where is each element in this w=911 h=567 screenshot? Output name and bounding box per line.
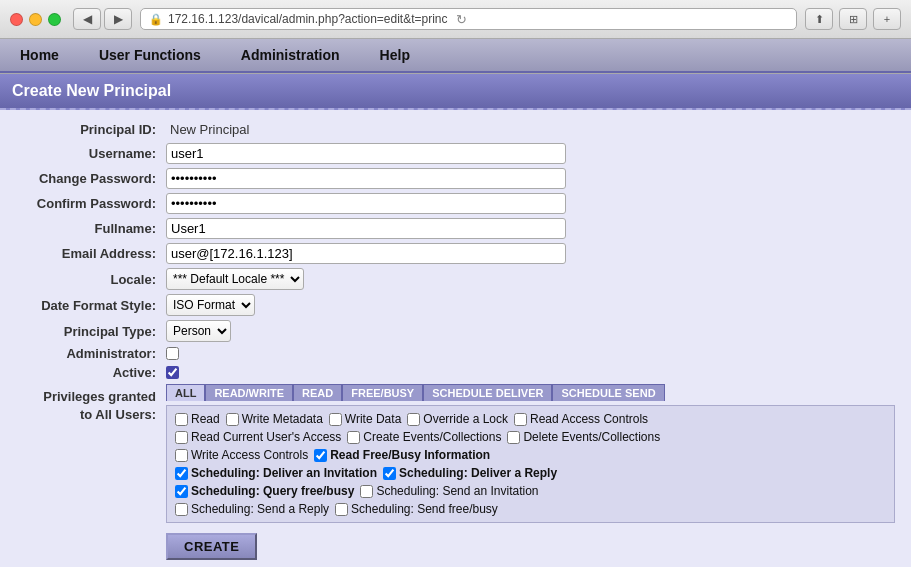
create-events-checkbox[interactable] (347, 431, 360, 444)
active-row: Active: (16, 365, 895, 380)
create-button[interactable]: Create (166, 533, 257, 560)
priv-tab-freebusy[interactable]: Free/Busy (342, 384, 423, 401)
query-freebusy-label[interactable]: Scheduling: Query free/busy (191, 484, 354, 498)
write-access-controls-checkbox[interactable] (175, 449, 188, 462)
priv-check-deliver-invitation: Scheduling: Deliver an Invitation (175, 466, 377, 480)
principal-id-label: Principal ID: (16, 122, 166, 137)
query-freebusy-checkbox[interactable] (175, 485, 188, 498)
write-access-controls-label[interactable]: Write Access Controls (191, 448, 308, 462)
username-label: Username: (16, 146, 166, 161)
read-access-controls-label[interactable]: Read Access Controls (530, 412, 648, 426)
bookmark-button[interactable]: ⊞ (839, 8, 867, 30)
locale-select[interactable]: *** Default Locale *** (166, 268, 304, 290)
priv-row-2: Read Current User's Access Create Events… (175, 430, 886, 444)
username-input[interactable]: user1 (166, 143, 566, 164)
send-invitation-checkbox[interactable] (360, 485, 373, 498)
read-checkbox[interactable] (175, 413, 188, 426)
deliver-reply-checkbox[interactable] (383, 467, 396, 480)
write-metadata-checkbox[interactable] (226, 413, 239, 426)
write-data-label[interactable]: Write Data (345, 412, 401, 426)
read-current-user-checkbox[interactable] (175, 431, 188, 444)
back-button[interactable]: ◀ (73, 8, 101, 30)
deliver-reply-label[interactable]: Scheduling: Deliver a Reply (399, 466, 557, 480)
priv-tab-schedule-send[interactable]: Schedule Send (552, 384, 664, 401)
priv-tab-readwrite[interactable]: Read/Write (205, 384, 293, 401)
priv-check-send-reply: Scheduling: Send a Reply (175, 502, 329, 516)
url-text: 172.16.1.123/davical/admin.php?action=ed… (168, 12, 448, 26)
forward-button[interactable]: ▶ (104, 8, 132, 30)
address-bar[interactable]: 🔒 172.16.1.123/davical/admin.php?action=… (140, 8, 797, 30)
send-reply-checkbox[interactable] (175, 503, 188, 516)
nav-user-functions[interactable]: User Functions (79, 39, 221, 71)
nav-help[interactable]: Help (360, 39, 430, 71)
read-label[interactable]: Read (191, 412, 220, 426)
send-freebusy-label[interactable]: Scheduling: Send free/busy (351, 502, 498, 516)
send-reply-label[interactable]: Scheduling: Send a Reply (191, 502, 329, 516)
username-row: Username: user1 (16, 143, 895, 164)
window-controls: ⬆ ⊞ + (805, 8, 901, 30)
priv-check-override-lock: Override a Lock (407, 412, 508, 426)
priv-tab-all[interactable]: All (166, 384, 205, 401)
principal-type-label: Principal Type: (16, 324, 166, 339)
priv-check-query-freebusy: Scheduling: Query free/busy (175, 484, 354, 498)
active-label: Active: (16, 365, 166, 380)
principal-id-row: Principal ID: New Principal (16, 120, 895, 139)
priv-check-write-access-controls: Write Access Controls (175, 448, 308, 462)
read-current-user-label[interactable]: Read Current User's Access (191, 430, 341, 444)
confirm-password-input[interactable] (166, 193, 566, 214)
locale-label: Locale: (16, 272, 166, 287)
fullname-label: Fullname: (16, 221, 166, 236)
close-button[interactable] (10, 13, 23, 26)
privileges-content: All Read/Write Read Free/Busy Schedule D… (166, 384, 895, 523)
send-freebusy-checkbox[interactable] (335, 503, 348, 516)
deliver-invitation-label[interactable]: Scheduling: Deliver an Invitation (191, 466, 377, 480)
priv-check-deliver-reply: Scheduling: Deliver a Reply (383, 466, 557, 480)
read-freebusy-label[interactable]: Read Free/Busy Information (330, 448, 490, 462)
locale-row: Locale: *** Default Locale *** (16, 268, 895, 290)
maximize-button[interactable] (48, 13, 61, 26)
priv-tab-read[interactable]: Read (293, 384, 342, 401)
email-input[interactable]: user@[172.16.1.123] (166, 243, 566, 264)
active-checkbox[interactable] (166, 366, 179, 379)
override-lock-label[interactable]: Override a Lock (423, 412, 508, 426)
delete-events-checkbox[interactable] (507, 431, 520, 444)
priv-check-delete-events: Delete Events/Collections (507, 430, 660, 444)
delete-events-label[interactable]: Delete Events/Collections (523, 430, 660, 444)
deliver-invitation-checkbox[interactable] (175, 467, 188, 480)
form-container: Principal ID: New Principal Username: us… (0, 112, 911, 567)
principal-id-value: New Principal (166, 120, 253, 139)
read-access-controls-checkbox[interactable] (514, 413, 527, 426)
send-invitation-label[interactable]: Scheduling: Send an Invitation (376, 484, 538, 498)
principal-type-select[interactable]: Person (166, 320, 231, 342)
reload-button[interactable]: ↻ (453, 12, 470, 27)
privileges-tabs: All Read/Write Read Free/Busy Schedule D… (166, 384, 895, 401)
create-button-row: Create (16, 527, 895, 560)
page-header: Create New Principal (0, 74, 911, 110)
priv-check-send-invitation: Scheduling: Send an Invitation (360, 484, 538, 498)
minimize-button[interactable] (29, 13, 42, 26)
administrator-checkbox[interactable] (166, 347, 179, 360)
traffic-lights (10, 13, 61, 26)
priv-check-read-freebusy: Read Free/Busy Information (314, 448, 490, 462)
fullname-input[interactable]: User1 (166, 218, 566, 239)
new-tab-button[interactable]: + (873, 8, 901, 30)
create-events-label[interactable]: Create Events/Collections (363, 430, 501, 444)
write-data-checkbox[interactable] (329, 413, 342, 426)
fullname-row: Fullname: User1 (16, 218, 895, 239)
write-metadata-label[interactable]: Write Metadata (242, 412, 323, 426)
email-label: Email Address: (16, 246, 166, 261)
change-password-input[interactable] (166, 168, 566, 189)
share-button[interactable]: ⬆ (805, 8, 833, 30)
read-freebusy-checkbox[interactable] (314, 449, 327, 462)
priv-check-read: Read (175, 412, 220, 426)
nav-home[interactable]: Home (0, 39, 79, 71)
date-format-label: Date Format Style: (16, 298, 166, 313)
administrator-row: Administrator: (16, 346, 895, 361)
date-format-row: Date Format Style: ISO Format (16, 294, 895, 316)
nav-administration[interactable]: Administration (221, 39, 360, 71)
date-format-select[interactable]: ISO Format (166, 294, 255, 316)
priv-tab-schedule-deliver[interactable]: Schedule Deliver (423, 384, 552, 401)
privileges-label: Privileges granted to All Users: (16, 384, 166, 424)
priv-check-write-metadata: Write Metadata (226, 412, 323, 426)
override-lock-checkbox[interactable] (407, 413, 420, 426)
